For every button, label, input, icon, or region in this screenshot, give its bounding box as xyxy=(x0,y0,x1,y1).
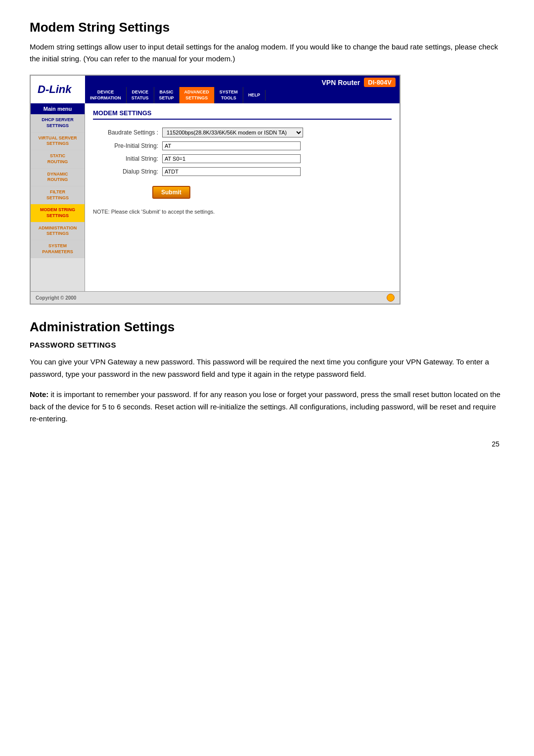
router-title-area: VPN Router DI-804V DEVICEINFORMATION DEV… xyxy=(85,76,400,103)
modem-section-title: Modem String Settings xyxy=(30,20,504,35)
admin-para-1: You can give your VPN Gateway a new pass… xyxy=(30,356,504,381)
vpn-router-label: VPN Router DI-804V xyxy=(322,76,400,87)
note-text: NOTE: Please click 'Submit' to accept th… xyxy=(93,209,392,215)
nav-basic-setup[interactable]: BASICSETUP xyxy=(154,87,179,103)
initial-row: Initial String: xyxy=(93,154,392,163)
initial-label: Initial String: xyxy=(93,155,162,162)
password-settings-subtitle: PASSWORD SETTINGS xyxy=(30,341,504,349)
dialup-input[interactable] xyxy=(162,167,301,176)
copyright-text: Copyright © 2000 xyxy=(36,295,76,301)
admin-note-label: Note: xyxy=(30,390,48,399)
sidebar-item-filter[interactable]: FILTERSETTINGS xyxy=(31,186,85,204)
modem-section-intro: Modem string settings allow user to inpu… xyxy=(30,41,504,65)
nav-device-information[interactable]: DEVICEINFORMATION xyxy=(85,87,127,103)
vpn-router-text: VPN Router xyxy=(322,79,360,87)
sidebar: Main menu DHCP SERVERSETTINGS VIRTUAL SE… xyxy=(31,103,85,291)
dlink-logo: D-Link xyxy=(31,76,85,103)
model-badge: DI-804V xyxy=(364,78,396,87)
dialup-row: Dialup String: xyxy=(93,167,392,176)
pre-initial-label: Pre-Initial String: xyxy=(93,142,162,149)
admin-note-text: it is important to remember your passwor… xyxy=(30,390,500,423)
nav-system-tools[interactable]: SYSTEMTOOLS xyxy=(215,87,243,103)
sidebar-item-modem-string[interactable]: MODEM STRINGSETTINGS xyxy=(31,204,85,222)
baudrate-label: Baudrate Settings : xyxy=(93,129,162,136)
nav-advanced-settings[interactable]: ADVANCEDSETTINGS xyxy=(179,87,215,103)
main-panel: MODEM SETTINGS Baudrate Settings : 11520… xyxy=(85,103,400,291)
sidebar-item-dhcp[interactable]: DHCP SERVERSETTINGS xyxy=(31,114,85,132)
admin-section-title: Administration Settings xyxy=(30,319,504,335)
router-content: Main menu DHCP SERVERSETTINGS VIRTUAL SE… xyxy=(31,103,400,291)
page-number: 25 xyxy=(30,440,504,448)
sidebar-main-menu: Main menu xyxy=(31,103,85,114)
nav-bar: DEVICEINFORMATION DEVICESTATUS BASICSETU… xyxy=(85,87,400,103)
router-frame: D-Link VPN Router DI-804V DEVICEINFORMAT… xyxy=(30,75,400,305)
panel-title: MODEM SETTINGS xyxy=(93,109,392,120)
nav-device-status[interactable]: DEVICESTATUS xyxy=(127,87,154,103)
status-indicator xyxy=(387,294,395,302)
nav-help[interactable]: HELP xyxy=(243,90,266,101)
dlink-logo-text: D-Link xyxy=(38,83,71,96)
dialup-label: Dialup String: xyxy=(93,168,162,175)
sidebar-item-static-routing[interactable]: STATICROUTING xyxy=(31,150,85,168)
admin-section: Administration Settings PASSWORD SETTING… xyxy=(30,319,504,425)
pre-initial-input[interactable] xyxy=(162,141,301,150)
pre-initial-row: Pre-Initial String: xyxy=(93,141,392,150)
sidebar-item-system-parameters[interactable]: SYSTEMPARAMETERS xyxy=(31,240,85,258)
router-footer: Copyright © 2000 xyxy=(31,291,400,304)
sidebar-item-administration[interactable]: ADMINISTRATIONSETTINGS xyxy=(31,222,85,240)
router-header: D-Link VPN Router DI-804V DEVICEINFORMAT… xyxy=(31,76,400,103)
baudrate-select[interactable]: 115200bps(28.8K/33/6K/56K modem or ISDN … xyxy=(162,128,303,137)
sidebar-item-virtual-server[interactable]: VIRTUAL SERVERSETTINGS xyxy=(31,133,85,150)
initial-input[interactable] xyxy=(162,154,301,163)
admin-para-2: Note: it is important to remember your p… xyxy=(30,389,504,425)
baudrate-row: Baudrate Settings : 115200bps(28.8K/33/6… xyxy=(93,128,392,137)
sidebar-item-dynamic-routing[interactable]: DYNAMICROUTING xyxy=(31,169,85,186)
submit-button[interactable]: Submit xyxy=(152,186,190,199)
